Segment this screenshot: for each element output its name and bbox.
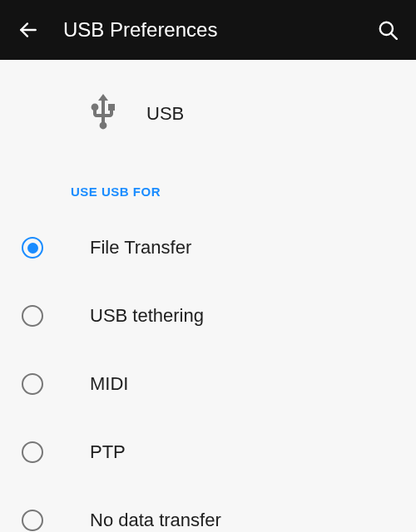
option-label: File Transfer: [90, 237, 191, 259]
usb-icon: [83, 92, 123, 135]
usb-hero: USB: [0, 85, 416, 143]
search-icon: [377, 19, 399, 41]
option-row[interactable]: USB tethering: [0, 282, 416, 350]
options-list: File TransferUSB tetheringMIDIPTPNo data…: [0, 214, 416, 532]
radio-button[interactable]: [22, 510, 43, 531]
radio-button[interactable]: [22, 441, 43, 463]
search-button[interactable]: [374, 17, 401, 43]
option-row[interactable]: MIDI: [0, 350, 416, 418]
option-label: PTP: [90, 441, 126, 463]
option-row[interactable]: No data transfer: [0, 486, 416, 532]
content-area: USB USE USB FOR File TransferUSB tetheri…: [0, 60, 416, 532]
page-title: USB Preferences: [63, 18, 374, 42]
radio-button[interactable]: [22, 237, 43, 259]
option-row[interactable]: File Transfer: [0, 214, 416, 282]
app-header: USB Preferences: [0, 0, 416, 60]
section-label: USE USB FOR: [0, 185, 416, 199]
option-row[interactable]: PTP: [0, 418, 416, 486]
usb-hero-label: USB: [146, 103, 184, 125]
radio-button[interactable]: [22, 305, 43, 327]
back-button[interactable]: [15, 17, 42, 43]
back-arrow-icon: [17, 19, 39, 41]
radio-button[interactable]: [22, 373, 43, 395]
svg-line-2: [391, 33, 397, 39]
option-label: MIDI: [90, 373, 128, 395]
option-label: No data transfer: [90, 510, 221, 531]
option-label: USB tethering: [90, 305, 204, 327]
